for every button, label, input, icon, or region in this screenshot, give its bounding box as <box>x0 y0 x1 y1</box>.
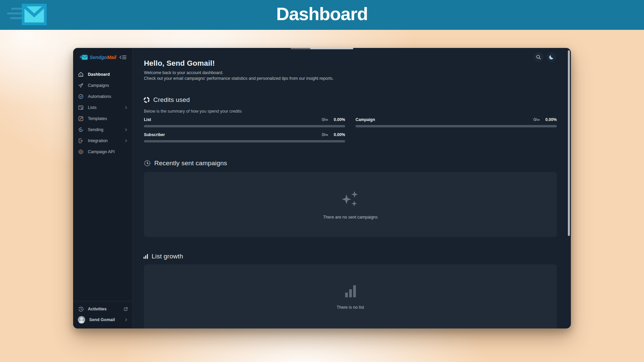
envelope-logo-icon <box>80 55 88 60</box>
sidebar-item-label: Campaign API <box>88 149 115 154</box>
meter-percent: 0.00% <box>334 132 345 137</box>
clock-check-icon <box>78 94 84 99</box>
sidebar-item-label: Integration <box>88 138 108 143</box>
recent-campaigns-header: Recently sent campaigns <box>144 160 227 167</box>
bar-chart-icon <box>143 253 149 259</box>
desktop-background: Dashboard SendgoMail <box>0 0 644 362</box>
sidebar-item-dashboard[interactable]: Dashboard <box>73 69 132 80</box>
meter-label: List <box>144 117 322 122</box>
page-title: Dashboard <box>0 3 644 24</box>
greeting-heading: Hello, Send Gomail! <box>144 59 215 68</box>
empty-state-text: There is no list <box>337 305 364 310</box>
sidebar-footer: Activities Send Gomail <box>73 301 132 328</box>
sidebar-item-automations[interactable]: Automations <box>73 91 132 102</box>
sidebar-item-label: Automations <box>88 94 111 99</box>
bars-empty-icon <box>344 285 357 298</box>
app-logo-text: SendgoMail <box>90 55 116 60</box>
sidebar-item-label: Activities <box>88 307 107 311</box>
sidebar-item-templates[interactable]: Templates <box>73 113 132 124</box>
user-avatar <box>78 316 85 323</box>
chevron-right-icon <box>124 106 128 109</box>
meter-value: 0/∞ <box>533 117 540 122</box>
progress-bar <box>144 125 345 127</box>
external-link-icon <box>124 307 128 311</box>
moon-icon <box>549 55 554 60</box>
chevron-right-icon <box>124 318 128 321</box>
search-button[interactable] <box>534 52 543 62</box>
sidebar-item-campaigns[interactable]: Campaigns <box>73 80 132 91</box>
clock-icon <box>144 160 151 167</box>
main-content: Hello, Send Gomail! Welcome back to your… <box>133 48 571 328</box>
meter-label: Campaign <box>356 117 533 122</box>
sidebar-collapse-icon[interactable] <box>119 54 126 61</box>
sidebar-item-campaign-api[interactable]: Campaign API <box>73 146 132 157</box>
welcome-line-2: Check out your email campaigns' performa… <box>144 76 334 81</box>
progress-bar <box>144 140 345 142</box>
account-name: Send Gomail <box>89 317 115 322</box>
meter-value: 0/∞ <box>322 117 328 122</box>
paper-plane-icon <box>78 82 84 88</box>
welcome-text: Welcome back to your account dashboard. … <box>144 70 334 81</box>
sidebar-nav: Dashboard Campaigns Automations <box>73 69 132 157</box>
credits-section-header: Credits used <box>143 96 190 104</box>
welcome-line-1: Welcome back to your account dashboard. <box>144 70 334 76</box>
sidebar-item-activities[interactable]: Activities <box>73 304 132 314</box>
meter-percent: 0.00% <box>545 117 557 122</box>
credit-meter-list: List 0/∞ 0.00% <box>144 117 345 127</box>
credits-ring-icon <box>143 97 150 103</box>
logo-part-mail: Mail <box>107 55 116 60</box>
credits-meters: List 0/∞ 0.00% Campaign 0/∞ 0.00% <box>144 117 557 142</box>
sidebar-item-sending[interactable]: Sending <box>73 124 132 135</box>
sidebar-item-label: Campaigns <box>88 83 109 88</box>
horizontal-scrollbar-track[interactable] <box>310 48 353 49</box>
sidebar-item-label: Sending <box>88 127 103 132</box>
list-growth-title: List growth <box>152 253 183 260</box>
home-icon <box>78 71 84 77</box>
contact-card-icon <box>78 105 84 110</box>
chevron-right-icon <box>124 128 128 131</box>
horizontal-scrollbar-thumb[interactable] <box>291 48 310 49</box>
logo-part-sendgo: Sendgo <box>90 55 107 60</box>
credit-meter-campaign: Campaign 0/∞ 0.00% <box>356 117 557 127</box>
sidebar-item-lists[interactable]: Lists <box>73 102 132 113</box>
credits-section-title: Credits used <box>153 96 190 104</box>
empty-state-text: There are no sent campaigns <box>323 215 378 220</box>
search-icon <box>536 55 541 60</box>
history-icon <box>78 306 84 312</box>
dark-mode-toggle[interactable] <box>546 52 556 62</box>
progress-bar <box>356 125 557 127</box>
app-window: SendgoMail Dashboard <box>73 48 571 328</box>
top-banner: Dashboard <box>0 0 644 30</box>
recent-campaigns-title: Recently sent campaigns <box>154 160 227 167</box>
recent-campaigns-empty-card: There are no sent campaigns <box>144 172 557 237</box>
meter-label: Subscriber <box>144 132 322 137</box>
credit-meter-subscriber: Subscriber 0/∞ 0.00% <box>144 132 345 142</box>
sparkles-icon <box>341 190 360 208</box>
gear-icon <box>78 149 84 155</box>
list-growth-empty-card: There is no list <box>144 264 557 328</box>
vertical-scrollbar[interactable] <box>568 50 570 236</box>
sidebar-item-label: Dashboard <box>88 72 110 77</box>
sidebar-item-label: Lists <box>88 105 97 110</box>
app-logo[interactable]: SendgoMail <box>73 53 132 62</box>
credits-subtitle: Below is the summary of how you spend yo… <box>144 109 242 114</box>
edit-icon <box>78 116 84 121</box>
sync-icon <box>78 127 84 132</box>
sidebar-item-integration[interactable]: Integration <box>73 135 132 146</box>
meter-percent: 0.00% <box>334 117 345 122</box>
meter-value: 0/∞ <box>322 132 328 137</box>
chevron-right-icon <box>124 139 128 142</box>
plug-icon <box>78 138 84 143</box>
horizontal-scrollbar[interactable] <box>291 48 353 49</box>
sidebar-item-label: Templates <box>88 116 107 121</box>
sidebar-item-account[interactable]: Send Gomail <box>73 314 132 325</box>
list-growth-header: List growth <box>143 253 183 260</box>
sidebar: SendgoMail Dashboard <box>73 48 133 328</box>
